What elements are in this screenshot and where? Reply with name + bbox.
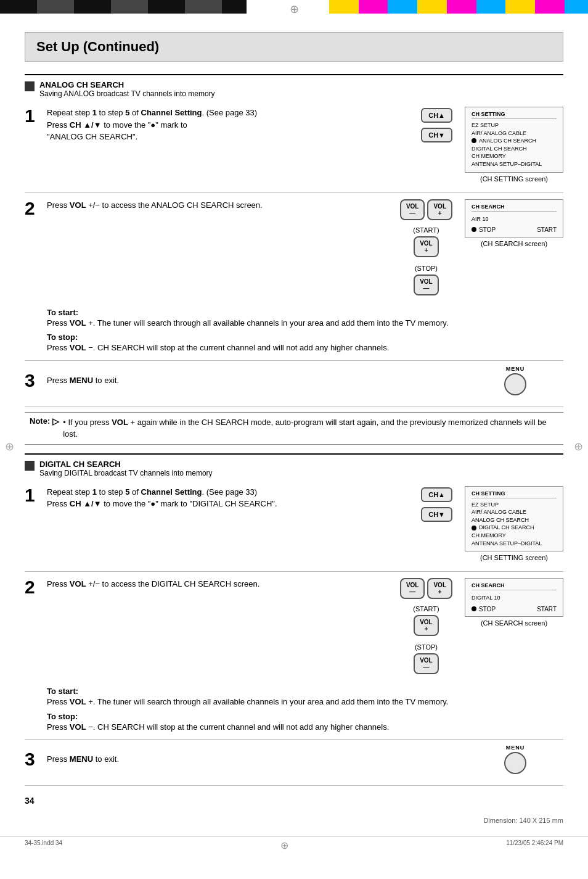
analog-step1: 1 Repeat step 1 to step 5 of Channel Set… (25, 101, 563, 193)
digital-vol-plus-button[interactable]: VOL+ (427, 578, 452, 599)
analog-step2-number: 2 (25, 199, 47, 218)
analog-ch-search-screen-container: CH SEARCH AIR 10 STOP START (CH SEARCH s… (465, 199, 563, 248)
analog-step3-row: 3 Press MENU to exit. MENU (25, 366, 563, 395)
screen-line: AIR/ ANALOG CABLE (472, 130, 557, 138)
digital-ch-up-button[interactable]: CH▲ (421, 487, 452, 502)
page-number: 34 (25, 796, 563, 806)
screen-line: EZ SETUP (472, 122, 557, 130)
menu-button[interactable] (504, 373, 526, 395)
screen-line: ANTENNA SETUP–DIGITAL (472, 540, 557, 548)
digital-section-header: DIGITAL CH SEARCH Saving DIGITAL broadca… (25, 453, 563, 477)
menu-label: MENU (504, 366, 526, 372)
analog-section-header: ANALOG CH SEARCH Saving ANALOG broadcast… (25, 74, 563, 98)
screen-line: ANTENNA SETUP–DIGITAL (472, 160, 557, 168)
digital-vol-buttons-row: VOL— VOL+ (400, 578, 452, 599)
analog-ch-setting-screen: CH SETTING EZ SETUP AIR/ ANALOG CABLE AN… (465, 107, 563, 173)
digital-to-stop-label: To stop: (47, 712, 563, 721)
stop-label-screen: STOP (472, 226, 496, 233)
strip-right (329, 0, 588, 14)
digital-start-label-screen: START (537, 606, 557, 613)
analog-section-subtitle: Saving ANALOG broadcast TV channels into… (39, 89, 215, 98)
screen-line-highlighted: DIGITAL CH SEARCH (472, 524, 557, 532)
strip-block (565, 0, 588, 14)
digital-step2-right: VOL— VOL+ (START) VOL+ (STOP) VOL— (400, 578, 452, 675)
strip-block (185, 0, 222, 14)
page-content: Set Up (Continued) ANALOG CH SEARCH Savi… (0, 14, 588, 830)
screen-caption: (CH SETTING screen) (465, 175, 563, 183)
digital-step1-right: CH▲ CH▼ (421, 486, 452, 523)
digital-menu-button[interactable] (504, 752, 526, 774)
digital-menu-btn-container: MENU (504, 745, 526, 774)
screen-title-ch-setting: CH SETTING (472, 111, 557, 119)
digital-stop-label: (STOP) (415, 643, 438, 651)
screen-line: CH MEMORY (472, 152, 557, 160)
ch-down-button[interactable]: CH▼ (421, 128, 452, 142)
strip-left (0, 0, 259, 14)
strip-block (148, 0, 185, 14)
strip-block (535, 0, 565, 14)
to-stop-label: To stop: (47, 332, 563, 342)
analog-substeps: To start: Press VOL +. The tuner will se… (47, 304, 563, 354)
strip-block (447, 0, 476, 14)
digital-section-icon (25, 461, 35, 471)
digital-substeps: To start: Press VOL +. The tuner will se… (47, 683, 563, 733)
bullet-icon (472, 138, 476, 143)
digital-start-label: (START) (413, 605, 439, 613)
digital-vol-minus-stop-button[interactable]: VOL— (414, 653, 439, 674)
top-color-strip: ⊕ (0, 0, 588, 14)
analog-step2-text: Press VOL +/− to access the ANALOG CH SE… (47, 199, 388, 212)
digital-step3-row: 3 Press MENU to exit. MENU (25, 745, 563, 774)
digital-vol-plus-start-button[interactable]: VOL+ (414, 615, 439, 636)
analog-step3-text: Press MENU to exit. (47, 374, 504, 387)
screen-line: DIGITAL CH SEARCH (472, 145, 557, 153)
analog-section-title: ANALOG CH SEARCH (39, 80, 215, 89)
digital-step1-row: 1 Repeat step 1 to step 5 of Channel Set… (25, 486, 563, 562)
analog-menu-btn-container: MENU (504, 366, 526, 395)
section-icon (25, 81, 35, 91)
analog-step2-right: VOL— VOL+ (START) VOL+ (STOP) VOL— (400, 199, 452, 297)
digital-screen-title: CH SETTING (472, 490, 557, 498)
analog-step1-text: Repeat step 1 to step 5 of Channel Setti… (47, 107, 409, 143)
stop-label: (STOP) (415, 265, 438, 272)
vol-plus-button[interactable]: VOL+ (427, 199, 452, 220)
digital-section-subtitle: Saving DIGITAL broadcast TV channels int… (39, 469, 213, 477)
strip-block (388, 0, 417, 14)
strip-block (111, 0, 148, 14)
screen-caption: (CH SETTING screen) (465, 554, 563, 561)
digital-step1-text: Repeat step 1 to step 5 of Channel Setti… (47, 486, 409, 510)
vol-buttons-row: VOL— VOL+ (400, 199, 452, 220)
analog-step1-number: 1 (25, 107, 47, 125)
digital-to-start-label: To start: (47, 687, 563, 696)
analog-step2-row: 2 Press VOL +/− to access the ANALOG CH … (25, 199, 563, 297)
vol-minus-button[interactable]: VOL— (400, 199, 425, 220)
digital-vol-minus-button[interactable]: VOL— (400, 578, 425, 599)
digital-step2-row: 2 Press VOL +/− to access the DIGITAL CH… (25, 578, 563, 675)
footer-bar: 34-35.indd 34 ⊕ 11/23/05 2:46:24 PM (0, 836, 588, 854)
screen-line: CH MEMORY (472, 532, 557, 540)
page-title: Set Up (Continued) (25, 32, 563, 62)
to-stop-text: Press VOL −. CH SEARCH will stop at the … (47, 342, 563, 354)
digital-step3: 3 Press MENU to exit. MENU (25, 740, 563, 786)
screen-line-highlighted: ANALOG CH SEARCH (472, 137, 557, 145)
screen-line-digital: DIGITAL 10 (472, 594, 557, 602)
digital-section-title: DIGITAL CH SEARCH (39, 460, 213, 469)
ch-search-title: CH SEARCH (472, 204, 557, 212)
analog-step1-right: CH▲ CH▼ (421, 107, 452, 144)
strip-block (222, 0, 247, 14)
digital-step2-text: Press VOL +/− to access the DIGITAL CH S… (47, 578, 388, 590)
digital-ch-down-button[interactable]: CH▼ (421, 507, 452, 522)
ch-up-button[interactable]: CH▲ (421, 108, 452, 123)
analog-step2: 2 Press VOL +/− to access the ANALOG CH … (25, 193, 563, 361)
strip-block (37, 0, 74, 14)
note-box: Note: ▷ • If you press VOL + again while… (25, 412, 563, 445)
vol-minus-stop-button[interactable]: VOL— (414, 274, 439, 295)
note-arrow: ▷ (52, 416, 59, 426)
reg-mark-bottom: ⊕ (280, 840, 288, 851)
digital-step1-number: 1 (25, 486, 47, 505)
strip-block (329, 0, 359, 14)
digital-menu-label: MENU (504, 745, 526, 751)
start-label-screen: START (537, 226, 557, 233)
strip-block (417, 0, 447, 14)
vol-plus-start-button[interactable]: VOL+ (414, 236, 439, 257)
analog-ch-search-screen: CH SEARCH AIR 10 STOP START (465, 199, 563, 238)
